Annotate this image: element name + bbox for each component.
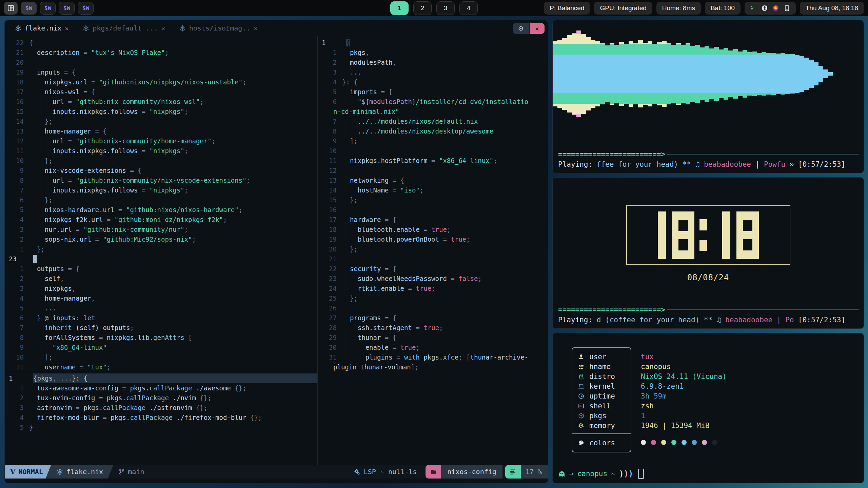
code-text: ../../modules/nixos/desktop/awesome bbox=[342, 126, 548, 136]
token: ; bbox=[239, 206, 242, 214]
file-segment: flake.nix bbox=[46, 465, 113, 479]
token: ; bbox=[165, 49, 169, 56]
line-number: 3 bbox=[5, 403, 29, 413]
clock-date: 08/08/24 bbox=[553, 272, 864, 283]
code-text: modulesPath, bbox=[342, 58, 548, 67]
fetch-value-uptime: 3h 59m bbox=[641, 391, 727, 401]
code-line: 10 bbox=[318, 146, 548, 156]
token: = { bbox=[381, 314, 396, 322]
line-number: 15 bbox=[5, 107, 29, 117]
code-line: 16 url = "github:nix-community/nixos-wsl… bbox=[5, 97, 317, 107]
workspace-button-2[interactable]: $W bbox=[40, 2, 56, 15]
line-number: 10 bbox=[5, 156, 29, 166]
line-number: 7 bbox=[5, 323, 29, 333]
color-dot bbox=[682, 440, 687, 445]
media-icon[interactable] bbox=[773, 5, 779, 11]
code-text: outputs = { bbox=[29, 264, 317, 274]
file-label: flake.nix bbox=[66, 467, 103, 477]
indent-guide bbox=[342, 323, 350, 333]
clock-terminal[interactable]: 08/08/24 ========================> Playi… bbox=[552, 177, 864, 329]
datetime-pill: Thu Aug 08, 18:18 bbox=[800, 2, 864, 15]
tab-1[interactable]: flake.nix✕ bbox=[15, 23, 68, 33]
token: bluetooth.enable bbox=[358, 226, 420, 233]
prompt-path: ~ bbox=[611, 469, 615, 479]
pane-iso-image[interactable]: 1{1 pkgs,2 modulesPath,3 ...4}: {5 impor… bbox=[318, 36, 548, 465]
line-number: 29 bbox=[318, 333, 342, 343]
code-text: }; bbox=[29, 195, 317, 205]
token: "github:Mic92/sops-nix" bbox=[103, 236, 192, 243]
line-number: 9 bbox=[318, 136, 342, 146]
fetch-row-pkgs: pkgs bbox=[572, 411, 631, 421]
tab-close-icon[interactable]: ✕ bbox=[254, 23, 257, 33]
bluetooth-icon[interactable] bbox=[762, 5, 768, 11]
token: = bbox=[412, 324, 423, 331]
token: = [ bbox=[377, 88, 393, 96]
indent-guide bbox=[342, 343, 350, 352]
tab-2[interactable]: pkgs/default ...✕ bbox=[83, 23, 165, 33]
workspace-button-1[interactable]: $W bbox=[21, 2, 37, 15]
token: = bbox=[72, 226, 83, 233]
now-playing-segment: Playing: bbox=[558, 160, 597, 168]
code-text: pkgs, bbox=[342, 48, 548, 58]
fetch-row-kernel: kernel bbox=[572, 381, 631, 391]
token: forAllSystems bbox=[45, 334, 95, 341]
indent-guide bbox=[342, 97, 350, 107]
code-text: imports = [ bbox=[342, 87, 548, 97]
tag-2[interactable]: 2 bbox=[413, 1, 432, 15]
tag-4[interactable]: 4 bbox=[459, 1, 478, 15]
token: description bbox=[37, 49, 80, 56]
tag-list: 1234 bbox=[390, 1, 478, 15]
tag-1[interactable]: 1 bbox=[390, 1, 409, 15]
tag-3[interactable]: 3 bbox=[436, 1, 455, 15]
tab-3[interactable]: hosts/isoImag..✕ bbox=[179, 23, 257, 33]
code-text: } @ inputs: let bbox=[29, 313, 317, 323]
token: {}; bbox=[235, 384, 246, 392]
indent-guide bbox=[350, 97, 358, 107]
indent-guide bbox=[29, 333, 37, 343]
token: { bbox=[33, 374, 37, 382]
token: = bbox=[420, 226, 431, 233]
indent-guide bbox=[29, 403, 37, 413]
launcher-button[interactable] bbox=[4, 2, 18, 15]
audio-visualizer bbox=[553, 20, 864, 136]
network-icon[interactable] bbox=[750, 5, 756, 11]
pane-flake-nix[interactable]: 22{21 description = "tux's NixOS Flake";… bbox=[5, 36, 317, 372]
phone-icon[interactable] bbox=[784, 5, 790, 11]
user-icon bbox=[578, 354, 584, 360]
window-toggle-button[interactable] bbox=[513, 23, 529, 34]
token: ]; bbox=[411, 363, 419, 371]
code-line: 25 }; bbox=[318, 293, 548, 303]
code-text: nixpkgs-f2k.url = "github:moni-dz/nixpkg… bbox=[29, 215, 317, 225]
now-playing-segment: beabadoobee bbox=[725, 316, 772, 324]
editor-window[interactable]: flake.nix✕pkgs/default ...✕hosts/isoImag… bbox=[4, 20, 548, 483]
pane-pkgs-default[interactable]: 1{pkgs, ...}: {1 tux-awesome-wm-config =… bbox=[5, 372, 317, 465]
token: hostName bbox=[358, 186, 389, 194]
workspace-button-4[interactable]: $W bbox=[78, 2, 94, 15]
token: modulesPath bbox=[350, 59, 393, 66]
shell-prompt[interactable]: → canopus ~ ))) bbox=[558, 469, 644, 479]
line-number: 31 bbox=[318, 352, 342, 362]
branch-segment: main bbox=[113, 465, 144, 479]
visualizer-terminal[interactable]: ========================> Playing: ffee … bbox=[552, 20, 864, 173]
tab-close-icon[interactable]: ✕ bbox=[161, 23, 165, 33]
tab-close-icon[interactable]: ✕ bbox=[65, 23, 68, 33]
token: }: { bbox=[72, 374, 87, 382]
code-line: 14 }; bbox=[5, 117, 317, 126]
code-text: enable = true; bbox=[342, 343, 548, 352]
token: plugin thunar-volman bbox=[333, 363, 411, 371]
project-segment-icon bbox=[426, 465, 441, 479]
line-number: 19 bbox=[5, 67, 29, 77]
window-close-button[interactable]: ✕ bbox=[530, 23, 545, 34]
indent-guide bbox=[29, 146, 37, 156]
scroll-percent: 17 % bbox=[521, 465, 548, 479]
progress-remainder bbox=[667, 309, 859, 310]
token: = bbox=[404, 285, 416, 292]
indent-guide bbox=[358, 352, 366, 362]
color-dot bbox=[651, 440, 656, 445]
workspace-button-3[interactable]: $W bbox=[59, 2, 75, 15]
fetch-row-memory: memory bbox=[572, 421, 631, 430]
statusline: V NORMAL flake.nix main LSP ~ null-ls ni… bbox=[5, 465, 548, 479]
fetch-row-user: user bbox=[572, 352, 631, 362]
code-line: 1{ bbox=[318, 38, 548, 48]
fetch-terminal[interactable]: userhnamedistrokerneluptimeshellpkgsmemo… bbox=[552, 333, 864, 483]
